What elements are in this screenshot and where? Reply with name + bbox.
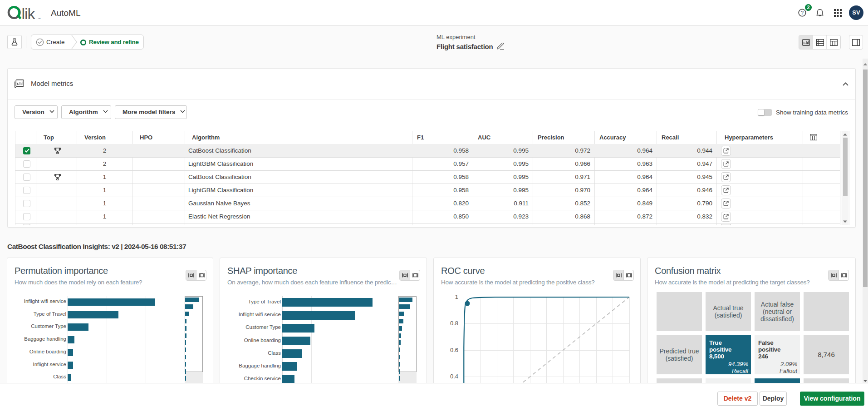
svg-text:?: ?	[801, 10, 804, 15]
svg-text:™: ™	[38, 17, 41, 21]
svg-text:lik: lik	[22, 5, 36, 22]
